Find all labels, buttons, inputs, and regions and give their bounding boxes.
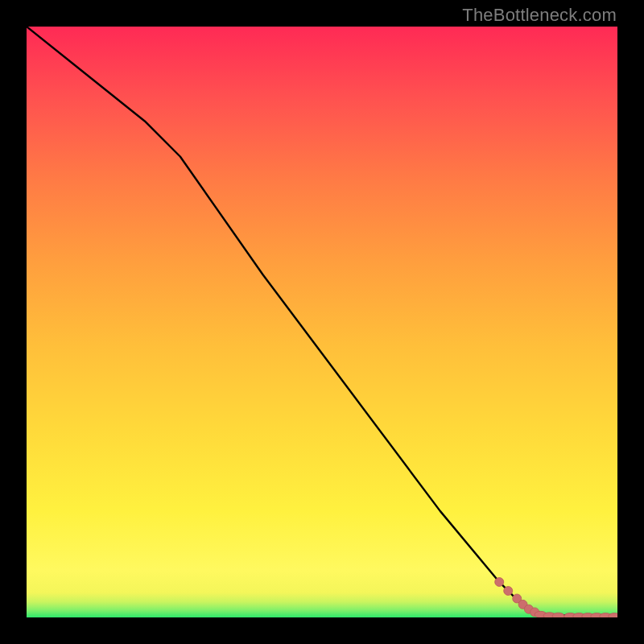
curve-layer: [27, 27, 617, 617]
marker-layer: [495, 577, 617, 617]
chart-stage: TheBottleneck.com: [0, 0, 644, 644]
plot-area: [27, 27, 617, 617]
marker-point: [552, 613, 564, 617]
chart-overlay: [27, 27, 617, 617]
marker-point: [495, 577, 504, 586]
bottleneck-curve: [27, 27, 617, 617]
marker-point: [504, 586, 513, 595]
attribution-label: TheBottleneck.com: [462, 5, 617, 26]
